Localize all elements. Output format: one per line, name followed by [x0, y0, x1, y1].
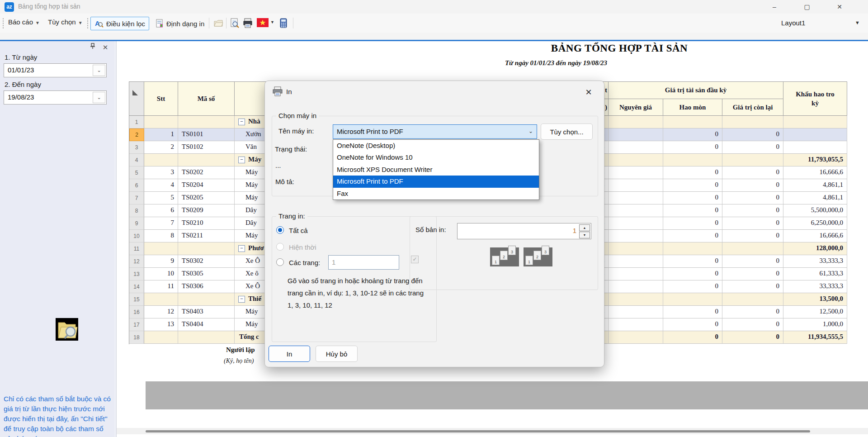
cell-cl: 0 — [722, 166, 783, 179]
cell-stt: 6 — [144, 204, 178, 217]
collapse-icon[interactable]: − — [238, 157, 245, 163]
printer-icon[interactable] — [243, 18, 253, 28]
scrollbar-thumb[interactable] — [146, 430, 810, 432]
cell-stt — [144, 331, 178, 344]
cell-cl: 0 — [722, 204, 783, 217]
horizontal-scrollbar[interactable] — [117, 428, 868, 434]
panel-close-icon[interactable]: ✕ — [100, 43, 110, 52]
menu-tuy-chon[interactable]: Tùy chọn▼ — [48, 18, 83, 26]
dropdown-item[interactable]: Microsoft Print to PDF — [333, 176, 539, 187]
chevron-down-icon[interactable]: ⌄ — [93, 92, 105, 103]
close-button[interactable]: ✕ — [829, 0, 850, 14]
collapse-icon[interactable]: − — [238, 119, 245, 125]
dropdown-item[interactable]: OneNote for Windows 10 — [333, 152, 539, 163]
cell-stt: 1 — [144, 128, 178, 141]
cell-gut: 7 — [129, 192, 144, 204]
cell-code: TS0211 — [178, 230, 235, 242]
cell-gut: 15 — [129, 293, 144, 306]
maximize-button[interactable]: ▢ — [797, 0, 817, 14]
printer-description-label: Mô tả: — [275, 178, 294, 185]
dropdown-item[interactable]: OneNote (Desktop) — [333, 140, 539, 152]
cell-cl: 0 — [722, 192, 783, 204]
cell-kh: 16,666,6 — [783, 166, 847, 179]
chevron-down-icon[interactable]: ⌄ — [93, 65, 105, 76]
toolbar-strip — [0, 33, 868, 40]
language-flag-button[interactable]: ▼ — [257, 18, 269, 29]
cell-gut: 11 — [129, 242, 144, 255]
titlebar: az Bảng tổng hợp tài sản – ▢ ✕ — [0, 0, 868, 14]
cell-kh: 11,793,055,5 — [783, 154, 847, 166]
menu-bao-cao[interactable]: Báo cáo▼ — [8, 18, 40, 26]
dropdown-item[interactable]: Fax — [333, 188, 539, 200]
printer-status-value: ... — [275, 162, 281, 169]
cell-hm — [663, 242, 722, 255]
cell-gut: 14 — [129, 280, 144, 293]
toolbar-separator — [209, 18, 209, 28]
printer-name-label: Tên máy in: — [278, 127, 314, 135]
collapse-icon[interactable]: − — [238, 245, 245, 252]
cancel-button[interactable]: Hủy bỏ — [316, 346, 358, 362]
to-date-combobox[interactable]: 19/08/23 ⌄ — [4, 90, 107, 104]
cell-hm: 0 — [663, 331, 722, 344]
print-format-button[interactable]: Định dạng in — [152, 17, 208, 30]
toolbar-separator — [226, 18, 226, 28]
radio-all-pages-label[interactable]: Tất cả — [289, 227, 308, 234]
cell-ng — [609, 242, 663, 255]
radio-current-page[interactable] — [276, 243, 284, 251]
cell-cl: 0 — [722, 141, 783, 154]
cell-stt — [144, 154, 178, 166]
printer-status-label: Trạng thái: — [275, 145, 307, 153]
cell-kh: 6,250,000,0 — [783, 217, 847, 230]
cell-code — [178, 154, 235, 166]
printer-combobox[interactable]: Microsoft Print to PDF ⌄ — [333, 124, 537, 139]
radio-all-pages[interactable] — [276, 226, 284, 234]
cell-cl — [722, 293, 783, 306]
cell-hm: 0 — [663, 306, 722, 318]
calculator-icon[interactable] — [278, 18, 288, 28]
cell-ng — [609, 268, 663, 280]
print-preview-icon[interactable] — [230, 18, 240, 28]
cell-kh: 61,333,3 — [783, 268, 847, 280]
cell-cl — [722, 154, 783, 166]
cell-kh — [783, 128, 847, 141]
cell-gut: 12 — [129, 255, 144, 268]
minimize-button[interactable]: – — [764, 0, 785, 14]
stepper-up-icon[interactable]: ▲ — [579, 224, 590, 231]
filter-conditions-button[interactable]: A Điều kiện lọc — [90, 17, 149, 30]
copies-stepper[interactable]: 1 ▲ ▼ — [457, 223, 591, 239]
collapse-icon[interactable]: − — [238, 296, 245, 303]
collate-icon: 1 2 3 1 2 3 — [490, 243, 554, 270]
cell-ng — [609, 217, 663, 230]
pin-icon[interactable] — [88, 43, 98, 52]
cell-code: TS0101 — [178, 128, 235, 141]
print-button[interactable]: In — [269, 346, 310, 362]
dialog-close-icon[interactable]: ✕ — [583, 87, 594, 97]
cell-stt: 10 — [144, 268, 178, 280]
cell-kh — [783, 141, 847, 154]
layout-selector[interactable]: Layout1 ▼ — [772, 17, 863, 30]
cell-code: TS0305 — [178, 268, 235, 280]
cell-stt: 3 — [144, 166, 178, 179]
cell-hm: 0 — [663, 268, 722, 280]
radio-page-range[interactable] — [276, 258, 284, 266]
page-range-input[interactable]: 1 — [328, 255, 399, 270]
radio-current-page-label: Hiện thời — [289, 243, 316, 251]
cell-kh: 16,666,6 — [783, 230, 847, 242]
cell-code: TS0205 — [178, 192, 235, 204]
stepper-down-icon[interactable]: ▼ — [579, 232, 590, 238]
from-date-combobox[interactable]: 01/01/23 ⌄ — [4, 63, 107, 77]
dropdown-item[interactable]: Microsoft XPS Document Writer — [333, 164, 539, 176]
page-range-help-text: Gõ vào số trang in hoặc khoảng từ trang … — [288, 275, 429, 311]
grid-corner-cell[interactable] — [129, 82, 144, 116]
printer-options-button[interactable]: Tùy chọn... — [541, 124, 593, 140]
layout-selector-value: Layout1 — [781, 19, 805, 27]
cell-hm — [663, 154, 722, 166]
dialog-title: In — [286, 88, 292, 95]
window-title: Bảng tổng hợp tài sản — [18, 3, 80, 10]
cell-hm: 0 — [663, 230, 722, 242]
radio-page-range-label[interactable]: Các trang: — [289, 259, 320, 266]
pages-group-label: Trang in: — [276, 212, 307, 220]
cell-kh: 5,500,000,0 — [783, 204, 847, 217]
cell-ng — [609, 179, 663, 192]
collate-checkbox[interactable]: ✓ — [411, 256, 419, 263]
